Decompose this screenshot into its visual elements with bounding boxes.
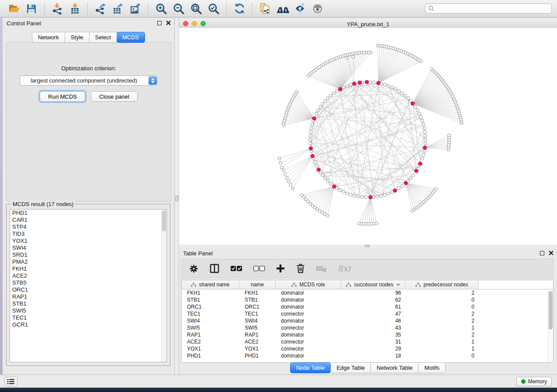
add-column-button[interactable] — [276, 264, 285, 273]
delete-table-button[interactable] — [316, 265, 327, 272]
ring-node[interactable] — [391, 86, 394, 89]
import-network-button[interactable] — [50, 2, 64, 16]
search-sites-button[interactable] — [276, 2, 290, 16]
ring-node[interactable] — [423, 127, 426, 130]
mcds-node[interactable] — [365, 80, 369, 84]
satellite-node[interactable] — [282, 169, 285, 172]
splitter-handle[interactable] — [175, 196, 178, 201]
float-window-icon[interactable] — [540, 251, 544, 255]
table-row-FKH1[interactable]: FKH1FKH1dominator962 — [182, 289, 553, 296]
mcds-result-item[interactable]: GCR1 — [10, 321, 166, 328]
ring-node[interactable] — [346, 192, 349, 195]
table-row-SWI5[interactable]: SWI5SWI5connector431 — [182, 324, 553, 331]
satellite-node[interactable] — [434, 187, 437, 190]
ring-node[interactable] — [309, 134, 312, 138]
network-view-titlebar[interactable]: YPA_prune.txt_1 — [179, 19, 557, 28]
satellite-node[interactable] — [352, 55, 355, 58]
ring-node[interactable] — [406, 97, 409, 100]
mcds-node[interactable] — [377, 81, 381, 85]
ring-node[interactable] — [324, 100, 327, 103]
ring-node[interactable] — [321, 103, 324, 106]
ring-node[interactable] — [376, 195, 379, 198]
satellite-node[interactable] — [279, 162, 282, 165]
table-row-TEC1[interactable]: TEC1TEC1connector472 — [182, 310, 553, 317]
ring-node[interactable] — [414, 106, 417, 109]
unselect-all-button[interactable] — [253, 265, 265, 272]
mcds-result-item[interactable]: ACE2 — [10, 272, 166, 279]
ring-node[interactable] — [335, 89, 338, 93]
horizontal-splitter[interactable] — [179, 244, 557, 248]
ring-node[interactable] — [319, 106, 322, 109]
mcds-node[interactable] — [339, 87, 343, 91]
float-window-icon[interactable] — [157, 21, 162, 25]
ring-node[interactable] — [424, 138, 427, 141]
select-all-button[interactable] — [230, 265, 242, 272]
ring-node[interactable] — [419, 116, 422, 119]
mcds-result-item[interactable]: CAR1 — [10, 217, 166, 224]
mcds-node[interactable] — [423, 146, 427, 150]
ring-node[interactable] — [309, 131, 312, 134]
mcds-node[interactable] — [317, 168, 321, 172]
ring-node[interactable] — [317, 109, 320, 112]
tab-style[interactable]: Style — [65, 32, 90, 43]
satellite-node[interactable] — [447, 134, 450, 137]
preview-button[interactable] — [311, 2, 325, 16]
ring-node[interactable] — [424, 142, 427, 145]
mcds-result-item[interactable]: STB1 — [10, 300, 166, 307]
mcds-result-item[interactable]: FKH1 — [10, 265, 166, 272]
ring-node[interactable] — [423, 131, 426, 134]
table-row-ACE2[interactable]: ACE2ACE2connector311 — [182, 338, 553, 345]
satellite-node[interactable] — [285, 176, 288, 179]
ring-node[interactable] — [364, 196, 367, 199]
ring-node[interactable] — [421, 157, 424, 160]
mcds-result-item[interactable]: YOX1 — [10, 237, 166, 244]
satellite-node[interactable] — [376, 44, 379, 47]
ring-node[interactable] — [387, 84, 390, 87]
ring-node[interactable] — [321, 174, 324, 177]
ring-node[interactable] — [424, 134, 427, 138]
mcds-result-item[interactable]: STB5 — [10, 279, 166, 286]
ring-node[interactable] — [309, 142, 312, 145]
table-row-STB1[interactable]: STB1STB1dominator620 — [182, 296, 553, 303]
ring-node[interactable] — [357, 195, 360, 198]
result-scrollbar[interactable] — [161, 210, 166, 362]
mcds-node[interactable] — [311, 154, 315, 158]
tab-network[interactable]: Network — [32, 32, 65, 43]
ring-node[interactable] — [360, 196, 363, 199]
splitter-handle[interactable] — [365, 245, 370, 247]
ring-node[interactable] — [404, 94, 407, 97]
table-row-PHD1[interactable]: PHD1PHD1dominator180 — [182, 352, 553, 359]
function-builder-button[interactable]: f(x) — [338, 264, 350, 273]
search-input[interactable] — [425, 3, 552, 14]
zoom-selected-button[interactable] — [207, 2, 221, 16]
ring-node[interactable] — [372, 196, 375, 199]
mcds-node[interactable] — [353, 82, 356, 86]
satellite-node[interactable] — [280, 166, 284, 169]
tab-network-table[interactable]: Network Table — [371, 362, 419, 373]
ring-node[interactable] — [310, 127, 313, 130]
satellite-node[interactable] — [289, 183, 292, 186]
run-mcds-button[interactable]: Run MCDS — [40, 91, 85, 102]
zoom-in-button[interactable] — [154, 2, 168, 16]
satellite-node[interactable] — [287, 180, 290, 183]
column-header-successor-nodes[interactable]: successor nodes — [341, 280, 405, 289]
ring-node[interactable] — [387, 192, 390, 195]
export-image-button[interactable] — [128, 2, 142, 16]
mcds-node[interactable] — [419, 162, 422, 166]
ring-node[interactable] — [372, 81, 375, 84]
column-header-MCDS-role[interactable]: MCDS role — [276, 280, 341, 289]
satellite-node[interactable] — [291, 187, 294, 190]
ring-node[interactable] — [324, 177, 327, 180]
mcds-node[interactable] — [411, 102, 415, 106]
ring-node[interactable] — [349, 193, 352, 196]
ring-node[interactable] — [398, 89, 401, 93]
mcds-result-item[interactable]: PHD1 — [10, 210, 166, 217]
table-row-YOX1[interactable]: YOX1YOX1connector291 — [182, 345, 553, 352]
table-mode-gear-button[interactable] — [189, 264, 199, 274]
ring-node[interactable] — [309, 138, 312, 141]
ring-node[interactable] — [418, 112, 421, 115]
ring-node[interactable] — [409, 177, 412, 180]
ring-node[interactable] — [384, 83, 387, 86]
mcds-node[interactable] — [415, 169, 419, 173]
refresh-button[interactable] — [232, 2, 246, 16]
